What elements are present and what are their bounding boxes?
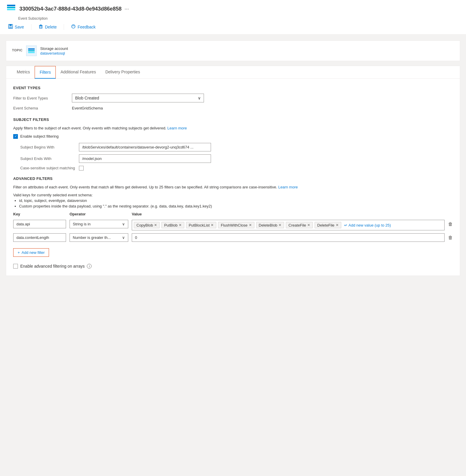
col-value-header: Value	[132, 212, 453, 216]
tag-deleteblob-close[interactable]: ✕	[278, 223, 281, 227]
enable-subject-filtering-row: ✓ Enable subject filtering	[13, 134, 453, 139]
filter-row-2-value[interactable]	[132, 233, 445, 242]
subject-filters-title: SUBJECT FILTERS	[13, 117, 453, 122]
filter-row-2-operator[interactable]: Number is greater th... ∨	[70, 233, 128, 242]
save-button[interactable]: Save	[6, 23, 26, 31]
case-sensitive-label: Case-sensitive subject matching	[20, 166, 79, 170]
tag-putblocklist-close[interactable]: ✕	[211, 223, 214, 227]
feedback-icon	[71, 24, 76, 30]
enable-subject-filtering-checkbox[interactable]: ✓	[13, 134, 18, 139]
subject-filters-learn-more[interactable]: Learn more	[167, 126, 187, 130]
tag-putblob: PutBlob ✕	[161, 222, 184, 228]
filter-table-header: Key Operator Value	[13, 212, 453, 217]
tag-copybob: CopyBlob ✕	[134, 222, 160, 228]
col-operator-header: Operator	[70, 212, 128, 216]
svg-rect-5	[39, 26, 42, 28]
tag-deletefile-close[interactable]: ✕	[336, 223, 339, 227]
add-filter-icon: +	[18, 250, 20, 255]
more-icon[interactable]: ···	[124, 6, 129, 12]
filter-row-2: Number is greater th... ∨ 🗑	[13, 233, 453, 242]
col-key-header: Key	[13, 212, 66, 216]
valid-keys-section: Valid keys for currently selected event …	[13, 193, 453, 208]
tab-filters[interactable]: Filters	[35, 66, 56, 79]
advanced-filters-desc: Filter on attributes of each event. Only…	[13, 184, 453, 190]
case-sensitive-checkbox[interactable]	[79, 166, 84, 171]
subject-filters-section: SUBJECT FILTERS Apply filters to the sub…	[13, 117, 453, 171]
enable-arrays-info-icon[interactable]: i	[87, 264, 92, 269]
filter-row-1-operator[interactable]: String is in ∨	[70, 220, 128, 228]
advanced-filters-learn-more[interactable]: Learn more	[278, 185, 298, 189]
topic-icon	[26, 45, 37, 56]
tag-putblob-close[interactable]: ✕	[179, 223, 182, 227]
filter-row-1-key[interactable]	[13, 220, 66, 228]
tag-copybob-close[interactable]: ✕	[154, 223, 157, 227]
filter-row-2-value-area	[132, 233, 445, 242]
filter-row-2-delete[interactable]: 🗑	[448, 235, 453, 240]
tab-metrics[interactable]: Metrics	[12, 66, 35, 79]
tag-createfile: CreateFile ✕	[286, 222, 313, 228]
subject-ends-input[interactable]	[79, 154, 211, 163]
advanced-filters-section: ADVANCED FILTERS Filter on attributes of…	[13, 176, 453, 269]
case-sensitive-row: Case-sensitive subject matching	[20, 166, 453, 171]
tab-delivery-properties[interactable]: Delivery Properties	[101, 66, 145, 79]
subject-fields: Subject Begins With Subject Ends With Ca…	[20, 143, 453, 171]
tag-putblocklist: PutBlockList ✕	[186, 222, 217, 228]
toolbar-sep-1	[31, 24, 31, 30]
event-schema-label: Event Schema	[13, 106, 72, 110]
event-types-title: EVENT TYPES	[13, 86, 453, 90]
add-new-filter-button[interactable]: + Add new filter	[13, 248, 49, 257]
valid-keys-list: id, topic, subject, eventtype, dataversi…	[19, 198, 453, 208]
app-icon	[6, 4, 16, 14]
toolbar: Save Delete Feedback	[6, 21, 460, 31]
subject-filters-desc: Apply filters to the subject of each eve…	[13, 125, 453, 131]
filter-row-2-key[interactable]	[13, 233, 66, 242]
valid-keys-item-2: Custom properties inside the data payloa…	[19, 204, 453, 208]
filter-event-types-label: Filter to Event Types	[13, 96, 72, 100]
operator-chevron-icon: ∨	[122, 222, 125, 226]
event-schema-row: Event Schema EventGridSchema	[13, 106, 453, 110]
page-subtitle: Event Subscription	[18, 16, 460, 21]
topic-card: TOPIC Storage account dataversetosql	[6, 40, 460, 61]
topic-link[interactable]: dataversetosql	[40, 51, 65, 55]
tag-deleteblob: DeleteBlob ✕	[256, 222, 284, 228]
topic-info: TOPIC	[12, 48, 23, 53]
event-schema-value: EventGridSchema	[72, 106, 453, 110]
advanced-filters-title: ADVANCED FILTERS	[13, 176, 453, 181]
topic-details: Storage account dataversetosql	[26, 45, 68, 56]
tag-flushwithclose-close[interactable]: ✕	[249, 223, 252, 227]
topic-text: Storage account dataversetosql	[40, 46, 68, 55]
chevron-down-icon: ∨	[198, 96, 201, 100]
valid-keys-item-1: id, topic, subject, eventtype, dataversi…	[19, 198, 453, 203]
delete-button[interactable]: Delete	[36, 23, 59, 31]
filters-panel: EVENT TYPES Filter to Event Types Blob C…	[6, 79, 460, 276]
add-value-button[interactable]: ↵ Add new value (up to 25)	[343, 222, 392, 228]
subject-begins-row: Subject Begins With	[20, 143, 453, 151]
tab-bar: Metrics Filters Additional Features Deli…	[6, 66, 460, 79]
add-value-icon: ↵	[344, 223, 347, 227]
save-icon	[8, 24, 13, 30]
subject-begins-input[interactable]	[79, 143, 211, 151]
delete-icon	[38, 24, 43, 30]
enable-arrays-row: Enable advanced filtering on arrays i	[13, 264, 453, 269]
subject-begins-label: Subject Begins With	[20, 145, 79, 149]
header-title-row: 330052b4-3ac7-888d-43d8-0e943d86e858 ···	[6, 4, 460, 14]
event-type-select[interactable]: Blob Created ∨	[72, 94, 204, 102]
svg-point-8	[72, 25, 75, 28]
enable-arrays-checkbox[interactable]	[13, 264, 18, 269]
tag-flushwithclose: FlushWithClose ✕	[218, 222, 254, 228]
content-panel: Metrics Filters Additional Features Deli…	[6, 66, 460, 276]
filter-row-1: String is in ∨ CopyBlob ✕ PutBlob ✕	[13, 220, 453, 230]
operator2-chevron-icon: ∨	[122, 235, 125, 240]
filter-row-1-value-area: CopyBlob ✕ PutBlob ✕ PutBlockList ✕	[132, 220, 445, 230]
filter-row-1-tags: CopyBlob ✕ PutBlob ✕ PutBlockList ✕	[132, 220, 445, 230]
enable-subject-filtering-label: Enable subject filtering	[20, 134, 59, 139]
feedback-button[interactable]: Feedback	[69, 23, 98, 31]
tag-createfile-close[interactable]: ✕	[307, 223, 310, 227]
tab-additional-features[interactable]: Additional Features	[56, 66, 101, 79]
page-title: 330052b4-3ac7-888d-43d8-0e943d86e858	[19, 6, 121, 12]
topic-label: TOPIC	[12, 48, 23, 52]
filter-row-1-delete[interactable]: 🗑	[448, 222, 453, 227]
filter-event-types-row: Filter to Event Types Blob Created ∨	[13, 94, 453, 102]
checkmark-icon: ✓	[14, 134, 17, 138]
topic-type: Storage account	[40, 46, 68, 51]
